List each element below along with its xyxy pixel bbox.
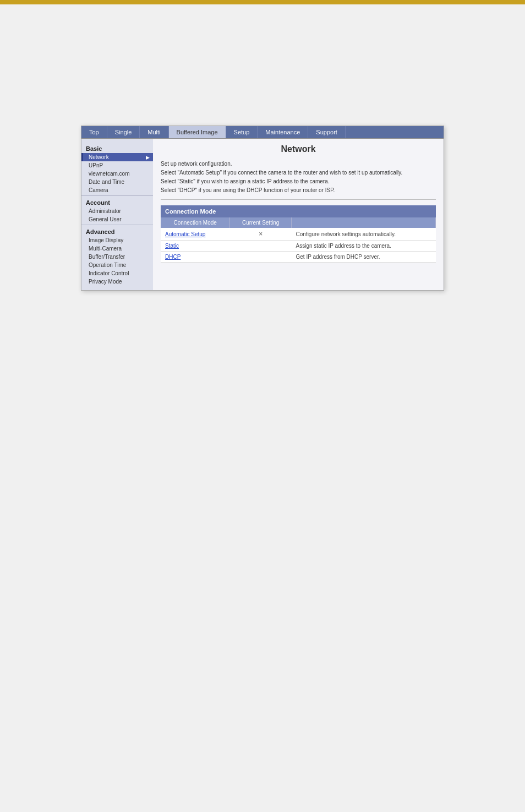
sidebar-item-datetime-label: Date and Time (89, 179, 124, 185)
sidebar-item-upnp-label: UPnP (89, 162, 103, 168)
sidebar-item-privacy-mode-label: Privacy Mode (89, 279, 122, 285)
tab-support[interactable]: Support (308, 126, 346, 138)
sidebar-item-network[interactable]: Network ▶ (81, 153, 153, 161)
tab-multi[interactable]: Multi (140, 126, 168, 138)
top-bar (0, 0, 525, 4)
sidebar-section-account: Account (81, 197, 153, 207)
sidebar-section-advanced: Advanced (81, 226, 153, 236)
desc-line-4: Select "DHCP" if you are using the DHCP … (161, 187, 335, 193)
col-header-mode: Connection Mode (161, 217, 230, 228)
sidebar-item-buffer-transfer[interactable]: Buffer/Transfer (81, 253, 153, 261)
tab-top[interactable]: Top (81, 126, 107, 138)
desc-line-1: Set up network configuration. (161, 161, 232, 167)
desc-static: Assign static IP address to the camera. (292, 241, 436, 252)
sidebar-item-administrator[interactable]: Administrator (81, 207, 153, 215)
sidebar-item-indicator-control-label: Indicator Control (89, 270, 129, 276)
table-row: DHCP Get IP address from DHCP server. (161, 252, 436, 263)
col-header-desc (292, 217, 436, 228)
sidebar-item-general-user[interactable]: General User (81, 215, 153, 224)
sidebar-item-buffer-transfer-label: Buffer/Transfer (89, 254, 125, 260)
sidebar-item-administrator-label: Administrator (89, 208, 121, 214)
connection-table: Connection Mode Current Setting Automati… (161, 217, 436, 263)
sidebar-item-multi-camera[interactable]: Multi-Camera (81, 244, 153, 253)
page-wrapper: Top Single Multi Buffered Image Setup Ma… (0, 4, 525, 313)
sidebar-item-camera[interactable]: Camera (81, 186, 153, 194)
sidebar-item-image-display-label: Image Display (89, 237, 123, 243)
arrow-icon: ▶ (146, 155, 150, 160)
sidebar-item-viewnetcam[interactable]: viewnetcam.com (81, 170, 153, 178)
col-header-current: Current Setting (230, 217, 292, 228)
sidebar-section-basic: Basic (81, 143, 153, 153)
page-title: Network (161, 144, 436, 154)
table-header-row: Connection Mode Current Setting (161, 217, 436, 228)
link-automatic-setup[interactable]: Automatic Setup (165, 231, 205, 237)
tab-buffered-image[interactable]: Buffered Image (169, 126, 226, 138)
connection-mode-header: Connection Mode (161, 205, 436, 217)
nav-tabs: Top Single Multi Buffered Image Setup Ma… (81, 126, 444, 139)
main-area: Basic Network ▶ UPnP viewnetcam.com Date… (81, 139, 444, 290)
sidebar-item-network-label: Network (89, 154, 109, 160)
current-setting-automatic: × (259, 230, 262, 238)
sidebar-item-operation-time-label: Operation Time (89, 262, 126, 268)
sidebar-item-multi-camera-label: Multi-Camera (89, 246, 122, 252)
table-row: Static Assign static IP address to the c… (161, 241, 436, 252)
tab-single[interactable]: Single (107, 126, 140, 138)
desc-automatic: Configure network settings automatically… (292, 228, 436, 241)
desc-dhcp: Get IP address from DHCP server. (292, 252, 436, 263)
sidebar: Basic Network ▶ UPnP viewnetcam.com Date… (81, 139, 153, 290)
sidebar-item-camera-label: Camera (89, 187, 108, 193)
sidebar-item-indicator-control[interactable]: Indicator Control (81, 269, 153, 277)
link-dhcp[interactable]: DHCP (165, 254, 181, 260)
desc-line-2: Select "Automatic Setup" if you connect … (161, 170, 402, 176)
sidebar-item-general-user-label: General User (89, 216, 121, 222)
link-static[interactable]: Static (165, 243, 179, 249)
sidebar-divider-1 (81, 195, 153, 196)
content-panel: Network Set up network configuration. Se… (153, 139, 444, 290)
tab-setup[interactable]: Setup (226, 126, 258, 138)
sidebar-item-image-display[interactable]: Image Display (81, 236, 153, 244)
sidebar-item-upnp[interactable]: UPnP (81, 161, 153, 170)
sidebar-item-viewnetcam-label: viewnetcam.com (89, 171, 129, 177)
camera-ui: Top Single Multi Buffered Image Setup Ma… (81, 126, 444, 291)
sidebar-item-privacy-mode[interactable]: Privacy Mode (81, 277, 153, 286)
table-row: Automatic Setup × Configure network sett… (161, 228, 436, 241)
tab-maintenance[interactable]: Maintenance (258, 126, 308, 138)
content-description: Set up network configuration. Select "Au… (161, 160, 436, 200)
sidebar-item-operation-time[interactable]: Operation Time (81, 261, 153, 269)
sidebar-item-datetime[interactable]: Date and Time (81, 178, 153, 186)
desc-line-3: Select "Static" if you wish to assign a … (161, 178, 330, 184)
sidebar-divider-2 (81, 225, 153, 225)
